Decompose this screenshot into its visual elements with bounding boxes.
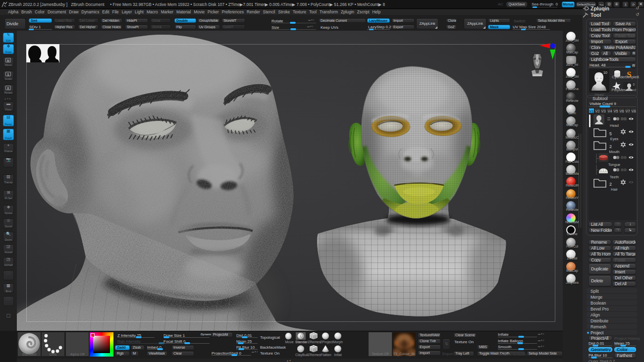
svg-text:2: 2 — [609, 182, 612, 187]
svg-text:0: 0 — [633, 83, 635, 86]
svg-text:5: 5 — [609, 131, 612, 136]
svg-text:10: 10 — [603, 70, 607, 75]
svg-text:2: 2 — [609, 144, 612, 149]
